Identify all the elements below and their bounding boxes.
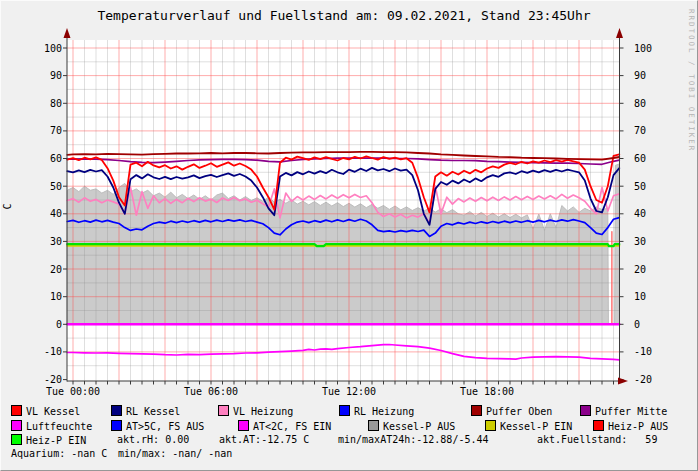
legend-swatch: [11, 420, 22, 431]
legend-label: akt.Fuellstand: 59: [537, 434, 657, 445]
legend-swatch: [339, 405, 350, 416]
y-tick-label-left: 90: [50, 70, 62, 81]
legend-item: akt.rH: 0.00: [117, 434, 189, 445]
legend-label: akt.AT:-12.75 C: [219, 434, 309, 445]
legend-item: min/max: -nan/ -nan: [118, 448, 232, 459]
legend-swatch: [593, 420, 604, 431]
legend-item: Luftfeuchte: [11, 420, 92, 432]
y-tick-label-right: 60: [634, 153, 646, 164]
y-tick-label-right: 40: [634, 208, 646, 219]
legend-swatch: [471, 405, 482, 416]
legend-label: VL Heizung: [233, 406, 293, 417]
legend-label: min/maxAT24h:-12.88/-5.44: [338, 434, 489, 445]
legend-item: Aquarium: -nan C: [11, 448, 107, 459]
y-tick-label-right: 80: [634, 98, 646, 109]
legend-item: AT<2C, FS EIN: [238, 420, 331, 432]
arrow-right: [618, 378, 628, 385]
legend-item: VL Kessel: [11, 405, 80, 417]
y-tick-label-left: 40: [50, 208, 62, 219]
y-tick-label-left: 60: [50, 153, 62, 164]
legend-item: AT>5C, FS AUS: [111, 420, 204, 432]
y-tick-label-right: 90: [634, 70, 646, 81]
legend-label: Kessel-P EIN: [500, 421, 572, 432]
y-tick-label-right: 50: [634, 181, 646, 192]
arrow-up-right: [616, 28, 623, 38]
legend-item: RL Kessel: [111, 405, 180, 417]
legend-swatch: [238, 420, 249, 431]
legend-label: akt.rH: 0.00: [117, 434, 189, 445]
y-tick-label-right: 100: [634, 43, 652, 54]
legend-label: Luftfeuchte: [26, 421, 92, 432]
legend-item: Kessel-P EIN: [485, 420, 572, 432]
legend-swatch: [11, 434, 22, 445]
y-tick-label-left: 0: [56, 319, 62, 330]
legend-item: akt.AT:-12.75 C: [219, 434, 309, 445]
legend-label: VL Kessel: [26, 406, 80, 417]
y-tick-label-right: -10: [634, 346, 652, 357]
y-tick-label-left: 80: [50, 98, 62, 109]
legend-label: AT<2C, FS EIN: [253, 421, 331, 432]
y-tick-label-left: -10: [44, 346, 62, 357]
legend-item: Puffer Mitte: [580, 405, 667, 417]
legend-item: Heiz-P AUS: [593, 420, 668, 432]
legend-label: Puffer Oben: [486, 406, 552, 417]
y-tick-label-right: 0: [634, 319, 640, 330]
y-tick-label-right: 20: [634, 264, 646, 275]
x-tick-label: Tue 06:00: [184, 386, 238, 397]
legend-label: RL Kessel: [126, 406, 180, 417]
legend-swatch: [580, 405, 591, 416]
y-tick-label-right: -20: [634, 374, 652, 385]
legend-item: akt.Fuellstand: 59: [537, 434, 657, 445]
legend-swatch: [111, 420, 122, 431]
legend-label: AT>5C, FS AUS: [126, 421, 204, 432]
legend-swatch: [218, 405, 229, 416]
y-tick-label-left: 50: [50, 181, 62, 192]
legend-label: Heiz-P AUS: [608, 421, 668, 432]
legend-item: Kessel-P AUS: [368, 420, 455, 432]
y-tick-label-left: 10: [50, 291, 62, 302]
y-tick-label-left: 100: [44, 43, 62, 54]
legend-item: min/maxAT24h:-12.88/-5.44: [338, 434, 489, 445]
y-tick-label-left: 30: [50, 236, 62, 247]
y-tick-label-right: 30: [634, 236, 646, 247]
y-tick-label-right: 70: [634, 125, 646, 136]
legend-swatch: [485, 420, 496, 431]
temperature-chart: -20-20-10-100010102020303040405050606070…: [1, 1, 698, 401]
y-tick-label-right: 10: [634, 291, 646, 302]
arrow-up-left: [64, 28, 71, 38]
y-tick-label-left: 70: [50, 125, 62, 136]
x-tick-label: Tue 00:00: [46, 386, 100, 397]
y-tick-label-left: 20: [50, 264, 62, 275]
rrd-graph: Temperaturverlauf und Fuellstand am: 09.…: [0, 0, 698, 471]
x-tick-label: Tue 12:00: [322, 386, 376, 397]
legend-label: Heiz-P EIN: [26, 435, 86, 446]
legend-item: Heiz-P EIN: [11, 434, 86, 446]
y-tick-label-left: -20: [44, 374, 62, 385]
legend-item: RL Heizung: [339, 405, 414, 417]
legend-label: Puffer Mitte: [595, 406, 667, 417]
legend-item: Puffer Oben: [471, 405, 552, 417]
legend-swatch: [11, 405, 22, 416]
legend-swatch: [111, 405, 122, 416]
legend-label: min/max: -nan/ -nan: [118, 448, 232, 459]
legend-item: VL Heizung: [218, 405, 293, 417]
legend-swatch: [368, 420, 379, 431]
legend-label: RL Heizung: [354, 406, 414, 417]
x-tick-label: Tue 18:00: [460, 386, 514, 397]
legend-label: Aquarium: -nan C: [11, 448, 107, 459]
legend-label: Kessel-P AUS: [383, 421, 455, 432]
